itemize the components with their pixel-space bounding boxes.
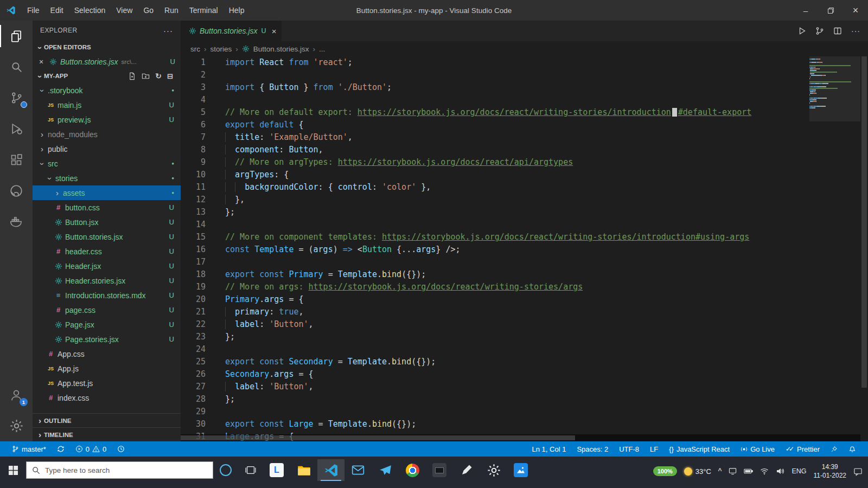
line-number[interactable]: 25 xyxy=(181,356,218,368)
more-actions-icon[interactable]: ··· xyxy=(851,27,860,35)
menu-file[interactable]: File xyxy=(22,0,45,21)
line-number[interactable]: 22 xyxy=(181,318,218,331)
language-mode-item[interactable]: {} JavaScript React xyxy=(665,441,734,457)
line-number[interactable]: 11 xyxy=(181,181,218,194)
tree-item-public[interactable]: ›public xyxy=(33,142,181,156)
breadcrumb-item[interactable]: src xyxy=(190,45,200,53)
code-line[interactable]: 24 xyxy=(181,343,868,356)
tree-item-stories[interactable]: ›stories● xyxy=(33,171,181,185)
restore-button[interactable] xyxy=(818,0,843,21)
volume-tray-icon[interactable] xyxy=(776,467,784,475)
menu-view[interactable]: View xyxy=(111,0,138,21)
tree-item--storybook[interactable]: ›.storybook● xyxy=(33,83,181,98)
weather-widget[interactable]: 33°C xyxy=(684,467,711,476)
code-line[interactable]: 1import React from 'react'; xyxy=(181,56,868,69)
project-section-header[interactable]: › MY-APP ↻ ⊟ xyxy=(33,69,181,83)
taskbar-app-mail[interactable] xyxy=(344,459,372,481)
taskbar-app-settings[interactable] xyxy=(480,459,507,481)
menu-run[interactable]: Run xyxy=(159,0,184,21)
code-line[interactable]: 9 // More on argTypes: https://storybook… xyxy=(181,156,868,169)
code-line[interactable]: 26Secondary.args = { xyxy=(181,368,868,381)
hidden-icons-chevron[interactable]: ^ xyxy=(718,467,722,476)
github-icon[interactable] xyxy=(0,175,33,206)
taskbar-app-vscode[interactable] xyxy=(317,459,344,481)
code-line[interactable]: 13}; xyxy=(181,206,868,219)
outline-section[interactable]: › OUTLINE xyxy=(33,413,181,427)
code-line[interactable]: 19// More on args: https://storybook.js.… xyxy=(181,281,868,293)
minimize-button[interactable]: – xyxy=(793,0,818,21)
code-line[interactable]: 27 label: 'Button', xyxy=(181,381,868,393)
new-file-icon[interactable] xyxy=(128,72,136,80)
tree-item-page-jsx[interactable]: Page.jsxU xyxy=(33,317,181,332)
display-tray-icon[interactable] xyxy=(729,467,737,475)
line-number[interactable]: 2 xyxy=(181,69,218,81)
line-number[interactable]: 3 xyxy=(181,81,218,94)
taskbar-app-pen-tool[interactable] xyxy=(453,459,480,481)
open-editor-item[interactable]: × Button.stories.jsx src\... U xyxy=(33,54,181,69)
line-number[interactable]: 20 xyxy=(181,293,218,306)
code-line[interactable]: 11 backgroundColor: { control: 'color' }… xyxy=(181,181,868,194)
line-number[interactable]: 10 xyxy=(181,169,218,181)
code-line[interactable]: 2 xyxy=(181,69,868,81)
accounts-icon[interactable]: 1 xyxy=(0,380,33,410)
close-editor-icon[interactable]: × xyxy=(39,57,48,66)
timeline-section[interactable]: › TIMELINE xyxy=(33,427,181,441)
taskbar-app-chrome[interactable] xyxy=(399,459,426,481)
sync-changes-button[interactable] xyxy=(53,441,69,457)
refresh-icon[interactable]: ↻ xyxy=(155,72,162,80)
battery-tray-icon[interactable] xyxy=(744,468,753,474)
task-view-button[interactable] xyxy=(238,459,263,481)
breadcrumb-item[interactable]: Button.stories.jsx xyxy=(253,45,309,53)
tree-item-header-css[interactable]: #header.cssU xyxy=(33,244,181,259)
line-number[interactable]: 29 xyxy=(181,406,218,418)
code-line[interactable]: 28}; xyxy=(181,393,868,406)
split-editor-icon[interactable] xyxy=(833,27,842,35)
code-line[interactable]: 6export default { xyxy=(181,119,868,131)
code-line[interactable]: 3import { Button } from './Button'; xyxy=(181,81,868,94)
prettier-item[interactable]: ✓✓ Prettier xyxy=(781,441,824,457)
tree-item-assets[interactable]: ›assets● xyxy=(33,185,181,200)
menu-terminal[interactable]: Terminal xyxy=(184,0,224,21)
line-number[interactable]: 18 xyxy=(181,268,218,281)
explorer-icon[interactable] xyxy=(0,21,33,52)
tree-item-header-stories-jsx[interactable]: Header.stories.jsxU xyxy=(33,273,181,288)
line-number[interactable]: 15 xyxy=(181,231,218,243)
history-item[interactable] xyxy=(113,441,129,457)
tree-item-button-jsx[interactable]: Button.jsxU xyxy=(33,215,181,229)
taskbar-app-photos[interactable] xyxy=(507,459,534,481)
line-number[interactable]: 7 xyxy=(181,131,218,144)
indentation-item[interactable]: Spaces: 2 xyxy=(572,441,612,457)
menu-go[interactable]: Go xyxy=(138,0,159,21)
line-number[interactable]: 16 xyxy=(181,243,218,256)
tree-item-src[interactable]: ›src● xyxy=(33,156,181,171)
code-link[interactable]: https://storybook.js.org/docs/react/writ… xyxy=(358,107,671,117)
line-number[interactable]: 5 xyxy=(181,106,218,119)
cortana-button[interactable] xyxy=(213,459,238,481)
breadcrumb-item[interactable]: ... xyxy=(319,45,325,53)
explorer-more-actions-icon[interactable]: ··· xyxy=(163,26,173,35)
line-number[interactable]: 26 xyxy=(181,368,218,381)
extensions-icon[interactable] xyxy=(0,144,33,175)
tree-item-app-test-js[interactable]: JSApp.test.js xyxy=(33,376,181,390)
run-file-icon[interactable] xyxy=(797,27,806,35)
code-link[interactable]: https://storybook.js.org/docs/react/writ… xyxy=(382,232,749,242)
line-number[interactable]: 12 xyxy=(181,194,218,206)
cursor-position-item[interactable]: Ln 1, Col 1 xyxy=(528,441,571,457)
taskbar-app-messenger[interactable] xyxy=(372,459,399,481)
go-live-item[interactable]: Go Live xyxy=(736,441,779,457)
breadcrumb-item[interactable]: stories xyxy=(210,45,232,53)
code-line[interactable]: 29 xyxy=(181,406,868,418)
code-link[interactable]: #default-export xyxy=(678,107,751,117)
code-line[interactable]: 12 }, xyxy=(181,194,868,206)
tab-button-stories-jsx[interactable]: Button.stories.jsx U × xyxy=(181,21,282,41)
tree-item-app-css[interactable]: #App.css xyxy=(33,346,181,361)
minimap[interactable] xyxy=(809,56,860,441)
git-branch-item[interactable]: master* xyxy=(8,441,50,457)
line-number[interactable]: 6 xyxy=(181,119,218,131)
line-number[interactable]: 9 xyxy=(181,156,218,169)
code-line[interactable]: 23}; xyxy=(181,331,868,343)
run-fork-icon[interactable] xyxy=(815,27,824,35)
line-number[interactable]: 28 xyxy=(181,393,218,406)
notifications-bell-icon[interactable] xyxy=(844,441,860,457)
code-link[interactable]: https://storybook.js.org/docs/react/writ… xyxy=(309,282,583,292)
